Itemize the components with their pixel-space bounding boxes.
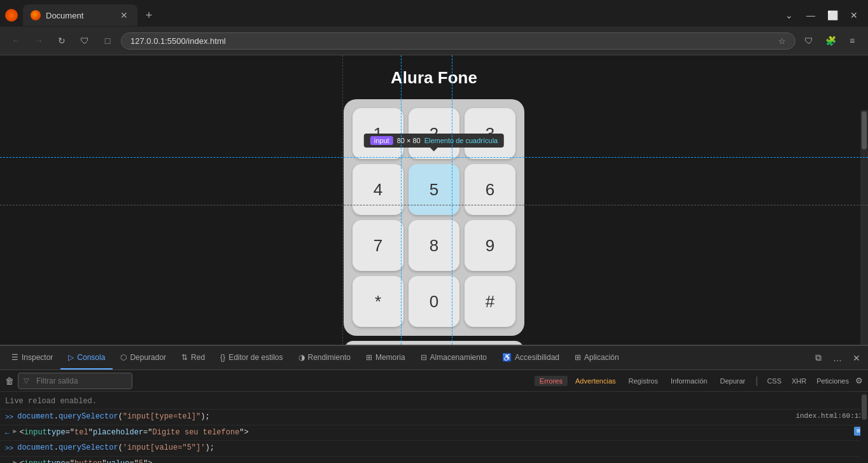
- right-nav-icons: 🛡 🧩 ≡: [799, 31, 862, 50]
- devtools-close-button[interactable]: ✕: [849, 350, 864, 366]
- console-scrollbar-thumb[interactable]: [862, 394, 867, 420]
- browser-logo-icon: [5, 9, 18, 22]
- devtools-tab-accessibility[interactable]: ♿ Accesibilidad: [494, 346, 567, 370]
- devtools-tab-memory[interactable]: ⊞ Memoria: [358, 346, 413, 370]
- performance-label: Rendimiento: [308, 353, 351, 362]
- numpad-btn-4[interactable]: 4: [353, 164, 403, 215]
- devtools-tab-debugger[interactable]: ⬡ Depurador: [113, 346, 174, 370]
- phone-input[interactable]: [344, 341, 524, 345]
- devtools-more-button[interactable]: …: [830, 350, 845, 366]
- browser-tab[interactable]: Document ✕: [23, 4, 137, 26]
- performance-icon: ◑: [298, 353, 305, 362]
- devtools-tab-storage[interactable]: ⊟ Almacenamiento: [413, 346, 494, 370]
- forward-button[interactable]: →: [29, 31, 48, 50]
- console-line-content: document . querySelector ( "input[type=t…: [17, 411, 795, 423]
- style-editor-label: Editor de estilos: [228, 353, 283, 362]
- tab-right-controls: ⌄ — ⬜ ✕: [780, 6, 863, 24]
- memory-icon: ⊞: [366, 353, 372, 362]
- console-icon: ▷: [68, 353, 74, 362]
- console-code-fn: document: [17, 411, 54, 423]
- errors-filter-button[interactable]: Errores: [535, 376, 568, 386]
- nav-bar: ← → ↻ 🛡 □ 127.0.0.1:5500/index.html ☆ 🛡 …: [0, 27, 868, 55]
- warnings-filter-button[interactable]: Advertencias: [570, 376, 621, 386]
- star-icon[interactable]: ☆: [778, 36, 786, 46]
- back-icon: ←: [11, 36, 20, 46]
- back-button[interactable]: ←: [6, 31, 25, 50]
- info-filter-button[interactable]: Información: [666, 376, 712, 386]
- clear-console-button[interactable]: 🗑: [5, 376, 14, 386]
- page-scrollbar-thumb[interactable]: [862, 111, 867, 149]
- hamburger-icon: ≡: [850, 36, 855, 46]
- refresh-icon: ↻: [58, 36, 66, 46]
- tab-bar: Document ✕ + ⌄ — ⬜ ✕: [0, 0, 868, 27]
- minimize-button[interactable]: —: [802, 6, 820, 24]
- menu-button[interactable]: ≡: [843, 31, 862, 50]
- inspector-label: Inspector: [22, 353, 53, 362]
- console-expand-arrow[interactable]: ▶: [13, 427, 17, 437]
- css-filter-button[interactable]: CSS: [763, 376, 785, 386]
- tab-close-button[interactable]: ✕: [118, 10, 130, 21]
- log-level-buttons: Errores Advertencias Registros Informaci…: [535, 375, 863, 387]
- tooltip-type: Elemento de cuadrícula: [424, 137, 498, 144]
- filter-input[interactable]: [31, 375, 133, 387]
- numpad-btn-6[interactable]: 6: [465, 164, 515, 215]
- numpad-btn-5[interactable]: input 80 × 80 Elemento de cuadrícula 5: [409, 164, 459, 215]
- numpad-btn-9[interactable]: 9: [465, 220, 515, 271]
- inspector-icon: ☰: [11, 353, 18, 362]
- console-scrollbar[interactable]: [860, 392, 868, 463]
- maximize-button[interactable]: ⬜: [823, 6, 841, 24]
- console-line-query1[interactable]: >> document . querySelector ( "input[typ…: [0, 410, 868, 425]
- console-gear-icon[interactable]: ⚙: [855, 376, 863, 385]
- console-line-result1[interactable]: ← ▶ < input type =" tel " placeholder ="…: [0, 425, 868, 441]
- console-line-result2[interactable]: ← ▶ < input type =" button " value =" 5 …: [0, 457, 868, 463]
- devtools-tab-console[interactable]: ▷ Consola: [60, 346, 113, 370]
- style-editor-icon: {}: [220, 353, 225, 362]
- close-button[interactable]: ✕: [845, 6, 863, 24]
- numpad-btn-0[interactable]: 0: [409, 276, 459, 327]
- console-line-content2: document . querySelector ( 'input[value=…: [17, 442, 863, 454]
- console-result-arrow: ←: [5, 427, 10, 439]
- xhr-filter-button[interactable]: XHR: [788, 376, 810, 386]
- peticiones-filter-button[interactable]: Peticiones: [813, 376, 853, 386]
- storage-icon: ⊟: [421, 353, 427, 362]
- tab-favicon-icon: [31, 10, 41, 20]
- tab-list-button[interactable]: ⌄: [780, 6, 798, 24]
- devtools-panel: ☰ Inspector ▷ Consola ⬡ Depurador ⇅ Red …: [0, 345, 868, 463]
- numpad-btn-7[interactable]: 7: [353, 220, 403, 271]
- devtools-tab-application[interactable]: ⊞ Aplicación: [567, 346, 627, 370]
- bookmarks-shield-icon[interactable]: 🛡: [799, 31, 818, 50]
- numpad-btn-hash[interactable]: #: [465, 276, 515, 327]
- console-line-query2[interactable]: >> document . querySelector ( 'input[val…: [0, 441, 868, 457]
- new-tab-button[interactable]: +: [140, 6, 158, 24]
- address-bar[interactable]: 127.0.0.1:5500/index.html ☆: [121, 32, 795, 50]
- guide-line-vertical-left: [342, 55, 343, 345]
- application-icon: ⊞: [575, 353, 581, 362]
- shield-icon: 🛡: [80, 36, 89, 46]
- devtools-tab-network[interactable]: ⇅ Red: [174, 346, 213, 370]
- devtools-tabs: ☰ Inspector ▷ Consola ⬡ Depurador ⇅ Red …: [0, 346, 868, 370]
- shield-nav-icon: 🛡: [75, 31, 94, 50]
- debug-filter-button[interactable]: Depurar: [715, 376, 750, 386]
- console-line-live-reload: Live reload enabled.: [0, 394, 868, 410]
- storage-label: Almacenamiento: [430, 353, 487, 362]
- refresh-button[interactable]: ↻: [52, 31, 71, 50]
- console-expand-arrow2[interactable]: ▶: [13, 458, 17, 463]
- console-result-content2: < input type =" button " value =" 5 ">: [20, 458, 863, 463]
- numpad-btn-star[interactable]: *: [353, 276, 403, 327]
- devtools-tab-inspector[interactable]: ☰ Inspector: [4, 346, 60, 370]
- numpad-btn-8[interactable]: 8: [409, 220, 459, 271]
- devtools-tab-style-editor[interactable]: {} Editor de estilos: [213, 346, 290, 370]
- logs-filter-button[interactable]: Registros: [624, 376, 663, 386]
- cell-tooltip: input 80 × 80 Elemento de cuadrícula: [364, 134, 504, 148]
- console-file-ref: index.html:60:13: [795, 411, 863, 422]
- debugger-label: Depurador: [130, 353, 166, 362]
- phone-input-wrapper: [344, 341, 524, 345]
- console-input-arrow: >>: [5, 411, 13, 424]
- extensions-icon[interactable]: 🧩: [821, 31, 840, 50]
- page-scrollbar[interactable]: [860, 110, 868, 345]
- debugger-icon: ⬡: [120, 353, 127, 362]
- page-icon: □: [98, 31, 117, 50]
- devtools-tab-performance[interactable]: ◑ Rendimiento: [291, 346, 358, 370]
- devtools-panel-toggle[interactable]: ⧉: [811, 350, 826, 366]
- accessibility-icon: ♿: [502, 353, 512, 362]
